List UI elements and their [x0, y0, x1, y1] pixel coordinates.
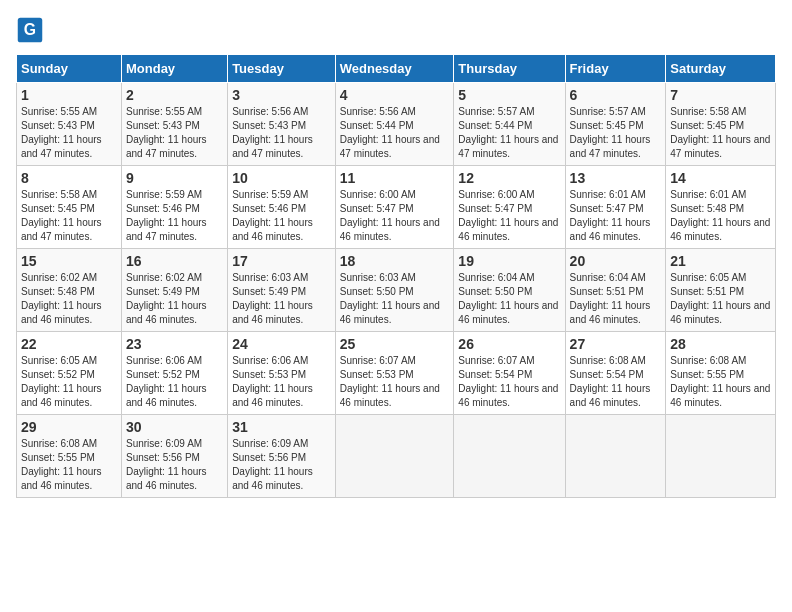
week-row-2: 8 Sunrise: 5:58 AM Sunset: 5:45 PM Dayli…: [17, 166, 776, 249]
day-number: 29: [21, 419, 117, 435]
day-info: Sunrise: 6:08 AM Sunset: 5:55 PM Dayligh…: [670, 354, 771, 410]
day-info: Sunrise: 5:57 AM Sunset: 5:45 PM Dayligh…: [570, 105, 662, 161]
day-cell: 23 Sunrise: 6:06 AM Sunset: 5:52 PM Dayl…: [121, 332, 227, 415]
day-info: Sunrise: 6:07 AM Sunset: 5:53 PM Dayligh…: [340, 354, 450, 410]
day-info: Sunrise: 6:07 AM Sunset: 5:54 PM Dayligh…: [458, 354, 560, 410]
day-info: Sunrise: 6:05 AM Sunset: 5:52 PM Dayligh…: [21, 354, 117, 410]
col-header-thursday: Thursday: [454, 55, 565, 83]
day-info: Sunrise: 6:05 AM Sunset: 5:51 PM Dayligh…: [670, 271, 771, 327]
day-cell: 26 Sunrise: 6:07 AM Sunset: 5:54 PM Dayl…: [454, 332, 565, 415]
day-info: Sunrise: 6:01 AM Sunset: 5:48 PM Dayligh…: [670, 188, 771, 244]
day-cell: 14 Sunrise: 6:01 AM Sunset: 5:48 PM Dayl…: [666, 166, 776, 249]
day-cell: 5 Sunrise: 5:57 AM Sunset: 5:44 PM Dayli…: [454, 83, 565, 166]
day-number: 23: [126, 336, 223, 352]
day-number: 13: [570, 170, 662, 186]
day-cell: 10 Sunrise: 5:59 AM Sunset: 5:46 PM Dayl…: [228, 166, 336, 249]
day-info: Sunrise: 6:03 AM Sunset: 5:50 PM Dayligh…: [340, 271, 450, 327]
week-row-5: 29 Sunrise: 6:08 AM Sunset: 5:55 PM Dayl…: [17, 415, 776, 498]
col-header-sunday: Sunday: [17, 55, 122, 83]
day-number: 24: [232, 336, 331, 352]
day-info: Sunrise: 6:04 AM Sunset: 5:50 PM Dayligh…: [458, 271, 560, 327]
day-info: Sunrise: 6:08 AM Sunset: 5:54 PM Dayligh…: [570, 354, 662, 410]
day-info: Sunrise: 6:02 AM Sunset: 5:48 PM Dayligh…: [21, 271, 117, 327]
day-info: Sunrise: 6:06 AM Sunset: 5:53 PM Dayligh…: [232, 354, 331, 410]
week-row-1: 1 Sunrise: 5:55 AM Sunset: 5:43 PM Dayli…: [17, 83, 776, 166]
calendar-table: SundayMondayTuesdayWednesdayThursdayFrid…: [16, 54, 776, 498]
day-cell: 9 Sunrise: 5:59 AM Sunset: 5:46 PM Dayli…: [121, 166, 227, 249]
day-number: 7: [670, 87, 771, 103]
day-cell: 30 Sunrise: 6:09 AM Sunset: 5:56 PM Dayl…: [121, 415, 227, 498]
day-cell: 11 Sunrise: 6:00 AM Sunset: 5:47 PM Dayl…: [335, 166, 454, 249]
day-info: Sunrise: 5:56 AM Sunset: 5:43 PM Dayligh…: [232, 105, 331, 161]
day-info: Sunrise: 6:02 AM Sunset: 5:49 PM Dayligh…: [126, 271, 223, 327]
day-number: 1: [21, 87, 117, 103]
day-cell: [666, 415, 776, 498]
logo: G: [16, 16, 48, 44]
day-number: 18: [340, 253, 450, 269]
day-info: Sunrise: 5:58 AM Sunset: 5:45 PM Dayligh…: [670, 105, 771, 161]
day-cell: 25 Sunrise: 6:07 AM Sunset: 5:53 PM Dayl…: [335, 332, 454, 415]
col-header-saturday: Saturday: [666, 55, 776, 83]
day-cell: 16 Sunrise: 6:02 AM Sunset: 5:49 PM Dayl…: [121, 249, 227, 332]
day-info: Sunrise: 5:58 AM Sunset: 5:45 PM Dayligh…: [21, 188, 117, 244]
day-info: Sunrise: 6:08 AM Sunset: 5:55 PM Dayligh…: [21, 437, 117, 493]
day-info: Sunrise: 6:03 AM Sunset: 5:49 PM Dayligh…: [232, 271, 331, 327]
day-number: 5: [458, 87, 560, 103]
header: G: [16, 16, 776, 44]
day-cell: 31 Sunrise: 6:09 AM Sunset: 5:56 PM Dayl…: [228, 415, 336, 498]
day-number: 2: [126, 87, 223, 103]
day-info: Sunrise: 5:57 AM Sunset: 5:44 PM Dayligh…: [458, 105, 560, 161]
day-cell: 6 Sunrise: 5:57 AM Sunset: 5:45 PM Dayli…: [565, 83, 666, 166]
day-info: Sunrise: 6:00 AM Sunset: 5:47 PM Dayligh…: [458, 188, 560, 244]
day-cell: 22 Sunrise: 6:05 AM Sunset: 5:52 PM Dayl…: [17, 332, 122, 415]
day-cell: [454, 415, 565, 498]
day-cell: 17 Sunrise: 6:03 AM Sunset: 5:49 PM Dayl…: [228, 249, 336, 332]
day-number: 30: [126, 419, 223, 435]
day-cell: 1 Sunrise: 5:55 AM Sunset: 5:43 PM Dayli…: [17, 83, 122, 166]
day-number: 9: [126, 170, 223, 186]
day-info: Sunrise: 5:59 AM Sunset: 5:46 PM Dayligh…: [232, 188, 331, 244]
day-number: 3: [232, 87, 331, 103]
col-header-friday: Friday: [565, 55, 666, 83]
day-number: 11: [340, 170, 450, 186]
day-number: 10: [232, 170, 331, 186]
day-cell: 2 Sunrise: 5:55 AM Sunset: 5:43 PM Dayli…: [121, 83, 227, 166]
col-header-tuesday: Tuesday: [228, 55, 336, 83]
day-info: Sunrise: 6:09 AM Sunset: 5:56 PM Dayligh…: [126, 437, 223, 493]
day-info: Sunrise: 6:09 AM Sunset: 5:56 PM Dayligh…: [232, 437, 331, 493]
col-header-monday: Monday: [121, 55, 227, 83]
day-number: 27: [570, 336, 662, 352]
day-number: 14: [670, 170, 771, 186]
day-info: Sunrise: 6:01 AM Sunset: 5:47 PM Dayligh…: [570, 188, 662, 244]
day-number: 12: [458, 170, 560, 186]
day-number: 28: [670, 336, 771, 352]
day-info: Sunrise: 5:55 AM Sunset: 5:43 PM Dayligh…: [126, 105, 223, 161]
day-number: 21: [670, 253, 771, 269]
header-row: SundayMondayTuesdayWednesdayThursdayFrid…: [17, 55, 776, 83]
day-info: Sunrise: 6:04 AM Sunset: 5:51 PM Dayligh…: [570, 271, 662, 327]
day-cell: 18 Sunrise: 6:03 AM Sunset: 5:50 PM Dayl…: [335, 249, 454, 332]
week-row-3: 15 Sunrise: 6:02 AM Sunset: 5:48 PM Dayl…: [17, 249, 776, 332]
day-cell: [565, 415, 666, 498]
day-info: Sunrise: 6:00 AM Sunset: 5:47 PM Dayligh…: [340, 188, 450, 244]
day-number: 8: [21, 170, 117, 186]
day-number: 31: [232, 419, 331, 435]
day-cell: 15 Sunrise: 6:02 AM Sunset: 5:48 PM Dayl…: [17, 249, 122, 332]
day-cell: 29 Sunrise: 6:08 AM Sunset: 5:55 PM Dayl…: [17, 415, 122, 498]
day-cell: 13 Sunrise: 6:01 AM Sunset: 5:47 PM Dayl…: [565, 166, 666, 249]
day-cell: 27 Sunrise: 6:08 AM Sunset: 5:54 PM Dayl…: [565, 332, 666, 415]
day-cell: 7 Sunrise: 5:58 AM Sunset: 5:45 PM Dayli…: [666, 83, 776, 166]
day-cell: 24 Sunrise: 6:06 AM Sunset: 5:53 PM Dayl…: [228, 332, 336, 415]
day-info: Sunrise: 5:59 AM Sunset: 5:46 PM Dayligh…: [126, 188, 223, 244]
day-cell: [335, 415, 454, 498]
day-number: 20: [570, 253, 662, 269]
day-info: Sunrise: 6:06 AM Sunset: 5:52 PM Dayligh…: [126, 354, 223, 410]
day-cell: 21 Sunrise: 6:05 AM Sunset: 5:51 PM Dayl…: [666, 249, 776, 332]
day-number: 4: [340, 87, 450, 103]
day-number: 6: [570, 87, 662, 103]
col-header-wednesday: Wednesday: [335, 55, 454, 83]
day-number: 15: [21, 253, 117, 269]
day-cell: 28 Sunrise: 6:08 AM Sunset: 5:55 PM Dayl…: [666, 332, 776, 415]
day-number: 19: [458, 253, 560, 269]
logo-icon: G: [16, 16, 44, 44]
